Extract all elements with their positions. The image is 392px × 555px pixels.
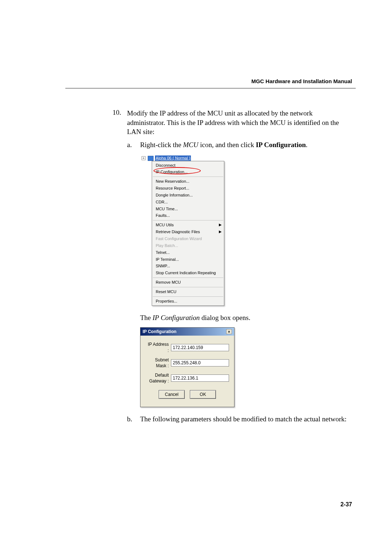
context-menu: Disconnect IP Configuration... New Reser… — [152, 161, 224, 306]
menu-faults[interactable]: Faults... — [152, 212, 224, 219]
caption-italic: IP Configuration — [152, 314, 200, 321]
menu-label: MCU Utils — [156, 223, 174, 227]
step-number: 10. — [113, 109, 127, 428]
header-divider — [65, 88, 356, 89]
menu-label: Retrieve Diagnostic Files — [156, 230, 200, 234]
substep-a-italic: MCU — [183, 141, 198, 149]
menu-divider — [153, 287, 223, 287]
substep-a-prefix: Right-click the — [140, 141, 183, 149]
menu-remove-mcu[interactable]: Remove MCU — [152, 279, 224, 286]
menu-telnet[interactable]: Telnet... — [152, 249, 224, 256]
menu-retrieve-diag[interactable]: Retrieve Diagnostic Files▶ — [152, 228, 224, 235]
menu-divider — [153, 278, 223, 278]
submenu-arrow-icon: ▶ — [219, 222, 222, 227]
menu-divider — [153, 177, 223, 177]
default-gateway-input[interactable] — [171, 374, 229, 382]
tree-node-label[interactable]: Alpha 06 ( Normal ) — [155, 155, 191, 161]
page-number: 2-37 — [340, 501, 352, 508]
ok-button[interactable]: OK — [190, 390, 216, 399]
submenu-arrow-icon: ▶ — [219, 229, 222, 234]
menu-resource-report[interactable]: Resource Report... — [152, 185, 224, 192]
cancel-button[interactable]: Cancel — [159, 390, 185, 399]
page-header-title: MGC Hardware and Installation Manual — [65, 78, 352, 84]
menu-cdr[interactable]: CDR... — [152, 199, 224, 206]
menu-ip-terminal[interactable]: IP Terminal... — [152, 256, 224, 263]
substep-a-bold: IP Configuration — [256, 141, 306, 149]
menu-divider — [153, 220, 223, 220]
menu-mcu-utils[interactable]: MCU Utils▶ — [152, 222, 224, 228]
menu-new-reservation[interactable]: New Reservation... — [152, 178, 224, 185]
substep-a-mid: icon, and then click — [198, 141, 256, 149]
menu-ip-configuration[interactable]: IP Configuration... — [152, 169, 224, 175]
ip-configuration-dialog: IP Configuration × IP Address : Subnet M… — [140, 327, 234, 407]
close-icon[interactable]: × — [226, 329, 232, 334]
caption-suffix: dialog box opens. — [200, 314, 250, 321]
mcu-icon[interactable] — [148, 156, 154, 161]
menu-reset-mcu[interactable]: Reset MCU — [152, 288, 224, 295]
dialog-title-text: IP Configuration — [143, 329, 176, 335]
menu-play-batch: Play Batch... — [152, 242, 224, 249]
substep-b-text: The following parameters should be modif… — [140, 414, 348, 424]
substep-a-letter: a. — [127, 140, 140, 150]
substep-b-letter: b. — [127, 414, 140, 424]
context-menu-screenshot: + Alpha 06 ( Normal ) Disconnect IP Conf… — [142, 155, 348, 306]
caption-prefix: The — [140, 314, 152, 321]
subnet-mask-label: Subnet Mask : — [146, 357, 171, 369]
menu-divider — [153, 296, 223, 297]
tree-node[interactable]: + Alpha 06 ( Normal ) — [142, 155, 348, 161]
ip-address-label: IP Address : — [146, 341, 171, 353]
substep-b: b. The following parameters should be mo… — [127, 414, 348, 424]
step-text: Modify the IP address of the MCU unit as… — [127, 109, 339, 135]
substep-a-text: Right-click the MCU icon, and then click… — [140, 140, 348, 150]
step-10: 10. Modify the IP address of the MCU uni… — [113, 109, 348, 428]
dialog-title-bar: IP Configuration × — [140, 328, 234, 336]
menu-fast-config-wizard: Fast Configuration Wizard — [152, 235, 224, 242]
menu-dongle-info[interactable]: Dongle Information... — [152, 192, 224, 199]
substep-a: a. Right-click the MCU icon, and then cl… — [127, 140, 348, 150]
menu-properties[interactable]: Properties... — [152, 298, 224, 305]
substep-a-suffix: . — [306, 141, 308, 149]
ip-address-input[interactable] — [171, 344, 229, 351]
menu-mcu-time[interactable]: MCU Time... — [152, 206, 224, 212]
tree-expand-icon[interactable]: + — [142, 156, 146, 160]
menu-stop-indication[interactable]: Stop Current Indication Repeating — [152, 270, 224, 276]
menu-snmp[interactable]: SNMP... — [152, 263, 224, 270]
dialog-caption: The IP Configuration dialog box opens. — [140, 313, 348, 323]
default-gateway-label: Default Gateway : — [146, 372, 171, 384]
menu-disconnect[interactable]: Disconnect — [152, 162, 224, 169]
subnet-mask-input[interactable] — [171, 359, 229, 366]
